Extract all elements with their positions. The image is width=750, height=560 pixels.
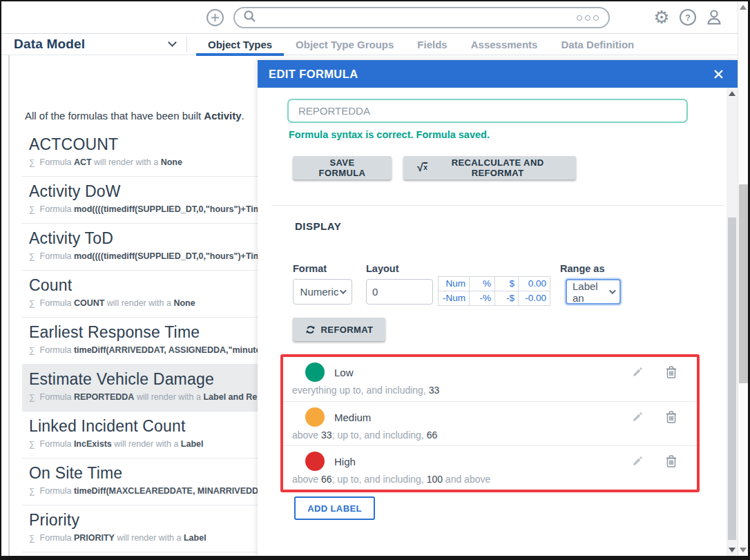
formula-subtitle: ∑Formula timeDiff(ARRIVEDDAT, ASSIGNEDDA…	[29, 345, 258, 356]
label-range-description: everything up to, and including, 33	[283, 385, 697, 396]
range-as-label: Range as	[560, 263, 604, 274]
content-left-border	[8, 55, 10, 557]
sigma-icon: ∑	[29, 439, 35, 449]
formula-list-item[interactable]: Priority∑Formula PRIORITY will render wi…	[22, 505, 258, 552]
formula-title: Earliest Response Time	[29, 322, 258, 342]
panel-scrollbar[interactable]	[727, 88, 738, 556]
layout-label: Layout	[366, 263, 399, 274]
format-table-cell: -0.00	[518, 291, 550, 305]
recalculate-reformat-label: RECALCULATE AND REFORMAT	[433, 157, 562, 178]
formula-list-item[interactable]: Activity ToD∑Formula mod((((timediff(SUP…	[22, 224, 258, 271]
label-range-description: above 33; up to, and including, 66	[283, 429, 697, 441]
app-window: ⚙ ? Data Model Object TypesObject Type G…	[0, 0, 750, 560]
page-scrollbar[interactable]	[738, 1, 748, 556]
tab-fields[interactable]: Fields	[405, 34, 459, 55]
formula-list-item[interactable]: Estimate Vehicle Damage∑Formula REPORTED…	[22, 365, 258, 412]
format-table-cell: Num	[439, 277, 469, 291]
sigma-icon: ∑	[29, 533, 35, 543]
formula-subtitle: ∑Formula mod((((timediff(SUPPLIED_DT,0,"…	[29, 251, 258, 262]
sigma-icon: ∑	[29, 251, 35, 261]
formula-list-item[interactable]: Earliest Response Time∑Formula timeDiff(…	[22, 318, 258, 365]
ellipsis-icon[interactable]	[577, 15, 599, 21]
format-table-cell: -Num	[439, 291, 469, 305]
formula-list: All of the formulas that have been built…	[22, 55, 258, 557]
data-model-dropdown[interactable]: Data Model	[14, 34, 85, 55]
panel-scrollbar-thumb[interactable]	[728, 218, 736, 540]
format-table-cell: 0.00	[518, 277, 550, 291]
label-name: Low	[334, 367, 354, 378]
scroll-up-arrow[interactable]	[740, 5, 747, 10]
sigma-icon: ∑	[29, 204, 35, 214]
page-scrollbar-thumb[interactable]	[739, 184, 748, 383]
scroll-down-arrow[interactable]	[740, 548, 747, 552]
delete-trash-icon[interactable]	[666, 411, 677, 426]
edit-pencil-icon[interactable]	[631, 412, 643, 426]
range-as-select[interactable]: Label an	[566, 279, 621, 305]
formula-title: On Site Time	[29, 463, 258, 483]
label-color-swatch	[305, 452, 325, 471]
formula-list-item[interactable]: Time Spent	[22, 552, 258, 557]
formula-list-item[interactable]: Count∑Formula COUNT will render with a N…	[22, 271, 258, 318]
formula-list-item[interactable]: On Site Time∑Formula timeDiff(MAXCLEARED…	[22, 458, 258, 505]
reformat-button[interactable]: REFORMAT	[293, 318, 385, 341]
tab-data-definition[interactable]: Data Definition	[549, 34, 646, 55]
save-formula-button[interactable]: SAVE FORMULA	[293, 156, 392, 180]
tab-object-types[interactable]: Object Types	[196, 34, 284, 55]
formula-subtitle: ∑Formula COUNT will render with a None	[29, 298, 258, 309]
format-table-cell: %	[469, 277, 494, 291]
label-color-swatch	[305, 407, 325, 427]
gear-icon[interactable]: ⚙	[652, 8, 671, 27]
sigma-icon: ∑	[29, 486, 35, 496]
formula-title: ACTCOUNT	[29, 134, 258, 155]
range-as-select-value: Label an	[573, 280, 608, 304]
formula-subtitle: ∑Formula ACT will render with a None	[29, 157, 258, 168]
edit-pencil-icon[interactable]	[631, 367, 643, 381]
formula-input[interactable]	[287, 99, 688, 123]
formula-list-intro: All of the formulas that have been built…	[22, 109, 258, 123]
layout-input[interactable]	[366, 279, 433, 305]
formula-list-item[interactable]: Linked Incident Count∑Formula IncExists …	[22, 412, 258, 458]
formula-list-item[interactable]: Activity DoW∑Formula mod((((timediff(SUP…	[22, 177, 258, 224]
label-name: Medium	[334, 412, 371, 423]
format-select[interactable]: Numeric	[293, 279, 352, 305]
layout-input-field[interactable]	[372, 286, 427, 298]
recalculate-reformat-button[interactable]: √x RECALCULATE AND REFORMAT	[403, 156, 576, 180]
label-range-description: above 66; up to, and including, 100 and …	[283, 474, 697, 485]
edit-formula-panel: EDIT FORMULA Formula syntax is correct. …	[258, 60, 738, 557]
sqrt-x-icon: √x	[417, 162, 427, 174]
scroll-up-arrow[interactable]	[729, 91, 735, 96]
reformat-label: REFORMAT	[321, 325, 374, 335]
edit-pencil-icon[interactable]	[631, 456, 643, 470]
chevron-down-icon	[609, 287, 616, 294]
tab-object-type-groups[interactable]: Object Type Groups	[284, 34, 405, 55]
user-icon[interactable]	[704, 8, 724, 27]
format-select-value: Numeric	[300, 286, 339, 298]
refresh-icon	[305, 325, 316, 335]
close-icon[interactable]	[711, 67, 725, 81]
formula-subtitle: ∑Formula mod((((timediff(SUPPLIED_DT,0,"…	[29, 204, 258, 215]
sigma-icon: ∑	[29, 392, 35, 402]
search-input[interactable]	[262, 12, 577, 23]
formula-list-item[interactable]: ACTCOUNT∑Formula ACT will render with a …	[22, 130, 258, 177]
sigma-icon: ∑	[29, 157, 35, 167]
range-label-row: Highabove 66; up to, and including, 100 …	[283, 445, 697, 490]
formula-title: Count	[29, 275, 258, 296]
delete-trash-icon[interactable]	[666, 455, 677, 470]
save-formula-label: SAVE FORMULA	[307, 157, 378, 178]
data-model-label: Data Model	[14, 37, 85, 52]
panel-title: EDIT FORMULA	[269, 68, 358, 81]
scroll-down-arrow[interactable]	[729, 548, 735, 552]
tab-assessments[interactable]: Assessments	[459, 34, 550, 55]
search-bar[interactable]	[233, 7, 610, 28]
delete-trash-icon[interactable]	[666, 366, 677, 381]
display-section-heading: DISPLAY	[295, 220, 341, 232]
formula-title: Activity DoW	[29, 181, 258, 202]
help-icon[interactable]: ?	[678, 8, 698, 27]
label-name: High	[334, 456, 356, 467]
add-icon[interactable]	[206, 8, 224, 30]
range-labels-highlight-box: Loweverything up to, and including, 33Me…	[280, 354, 700, 492]
add-label-button[interactable]: ADD LABEL	[294, 496, 375, 520]
formula-subtitle: ∑Formula PRIORITY will render with a Lab…	[29, 532, 258, 543]
format-table-cell: -%	[469, 291, 494, 305]
formula-subtitle: ∑Formula IncExists will render with a La…	[29, 438, 258, 450]
